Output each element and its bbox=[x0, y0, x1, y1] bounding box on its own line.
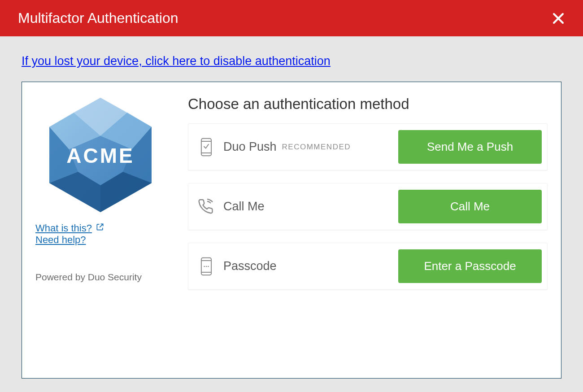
powered-by-label: Powered by Duo Security bbox=[35, 272, 165, 283]
method-label: Call Me bbox=[223, 200, 265, 213]
phone-push-icon bbox=[198, 138, 214, 156]
call-me-button[interactable]: Call Me bbox=[398, 190, 542, 223]
svg-point-17 bbox=[204, 266, 205, 267]
need-help-link[interactable]: Need help? bbox=[35, 234, 86, 246]
method-passcode: Passcode Enter a Passcode bbox=[188, 243, 548, 290]
method-call-me: Call Me Call Me bbox=[188, 183, 548, 230]
duo-main: Choose an authentication method Duo Push… bbox=[174, 82, 561, 378]
send-push-button[interactable]: Send Me a Push bbox=[398, 130, 542, 164]
external-link-icon bbox=[96, 222, 104, 234]
auth-prompt: Choose an authentication method bbox=[188, 96, 548, 113]
method-label: Duo Push bbox=[223, 140, 277, 154]
svg-point-19 bbox=[208, 266, 209, 267]
what-is-this-link[interactable]: What is this? bbox=[35, 222, 104, 234]
recommended-badge: RECOMMENDED bbox=[282, 143, 351, 152]
help-links: What is this? Need help? bbox=[35, 222, 165, 246]
svg-point-18 bbox=[206, 266, 207, 267]
brand-logo: ACME bbox=[35, 96, 165, 214]
need-help-label: Need help? bbox=[35, 234, 86, 246]
lost-device-link[interactable]: If you lost your device, click here to d… bbox=[22, 54, 331, 68]
duo-sidebar: ACME What is this? bbox=[22, 82, 174, 378]
duo-frame: ACME What is this? bbox=[22, 82, 561, 379]
phone-passcode-icon bbox=[198, 257, 214, 275]
method-duo-push: Duo Push RECOMMENDED Send Me a Push bbox=[188, 123, 548, 170]
logo-text: ACME bbox=[66, 144, 134, 167]
modal-title: Multifactor Authentication bbox=[18, 10, 178, 26]
what-is-this-label: What is this? bbox=[35, 222, 92, 234]
method-label: Passcode bbox=[223, 259, 277, 273]
modal-header: Multifactor Authentication bbox=[0, 0, 583, 36]
close-icon[interactable] bbox=[552, 12, 565, 25]
modal-body: If you lost your device, click here to d… bbox=[0, 36, 583, 379]
enter-passcode-button[interactable]: Enter a Passcode bbox=[398, 249, 542, 283]
phone-call-icon bbox=[198, 198, 214, 216]
mfa-modal: Multifactor Authentication If you lost y… bbox=[0, 0, 583, 379]
